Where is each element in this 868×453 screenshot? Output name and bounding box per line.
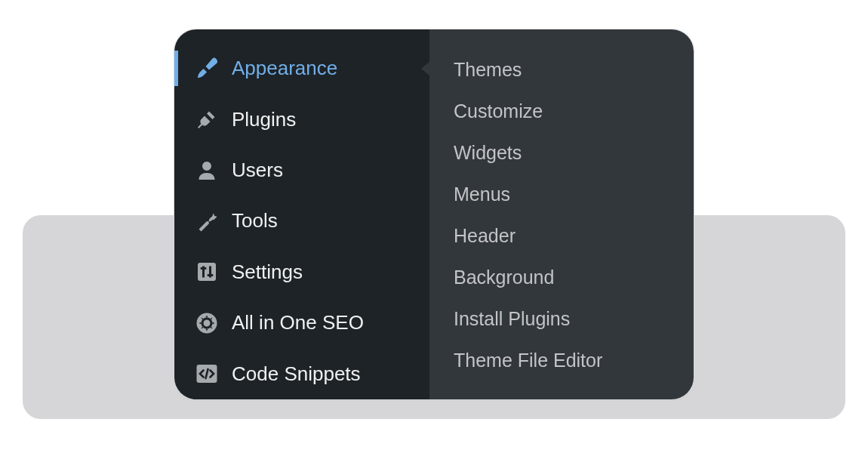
submenu-item-theme-file-editor[interactable]: Theme File Editor [429, 340, 694, 381]
sidebar-item-label: All in One SEO [232, 311, 364, 334]
svg-rect-4 [208, 274, 214, 276]
sidebar-item-label: Settings [232, 260, 303, 284]
wrench-icon [195, 210, 218, 233]
submenu-item-install-plugins[interactable]: Install Plugins [429, 298, 694, 340]
submenu-item-background[interactable]: Background [429, 257, 694, 298]
admin-panel-card: Appearance Plugins Users Tools Settings [174, 29, 694, 400]
sidebar-item-label: Tools [232, 209, 278, 233]
sliders-icon [195, 260, 218, 283]
submenu-item-label: Themes [454, 59, 522, 80]
submenu-item-customize[interactable]: Customize [429, 91, 694, 132]
submenu-item-header[interactable]: Header [429, 215, 694, 257]
submenu-item-label: Menus [454, 183, 510, 205]
submenu-item-label: Theme File Editor [454, 350, 602, 371]
submenu-item-widgets[interactable]: Widgets [429, 132, 694, 174]
sidebar-item-users[interactable]: Users [174, 145, 429, 196]
sidebar-item-all-in-one-seo[interactable]: All in One SEO [174, 297, 429, 348]
svg-rect-0 [198, 263, 216, 281]
sidebar-item-label: Users [232, 159, 283, 182]
submenu-item-label: Background [454, 267, 554, 288]
sidebar-item-label: Code Snippets [232, 362, 361, 386]
sidebar-item-settings[interactable]: Settings [174, 247, 429, 297]
submenu-item-label: Header [454, 225, 516, 246]
submenu-item-label: Customize [454, 100, 543, 122]
submenu-item-themes[interactable]: Themes [429, 49, 694, 91]
sidebar-item-appearance[interactable]: Appearance [174, 43, 429, 94]
svg-rect-3 [201, 267, 207, 270]
sidebar-item-plugins[interactable]: Plugins [174, 94, 429, 144]
submenu-item-label: Widgets [454, 142, 522, 163]
user-icon [195, 159, 218, 182]
admin-sidebar: Appearance Plugins Users Tools Settings [174, 29, 429, 399]
sidebar-item-tools[interactable]: Tools [174, 196, 429, 246]
plug-icon [195, 108, 218, 131]
sidebar-item-code-snippets[interactable]: Code Snippets [174, 349, 429, 399]
gear-icon [195, 312, 218, 334]
appearance-submenu: Themes Customize Widgets Menus Header Ba… [429, 29, 694, 399]
sidebar-item-label: Plugins [232, 108, 296, 131]
submenu-item-label: Install Plugins [454, 308, 570, 329]
sidebar-item-label: Appearance [232, 57, 337, 80]
code-icon [195, 362, 218, 385]
submenu-item-menus[interactable]: Menus [429, 174, 694, 215]
brush-icon [195, 57, 218, 80]
